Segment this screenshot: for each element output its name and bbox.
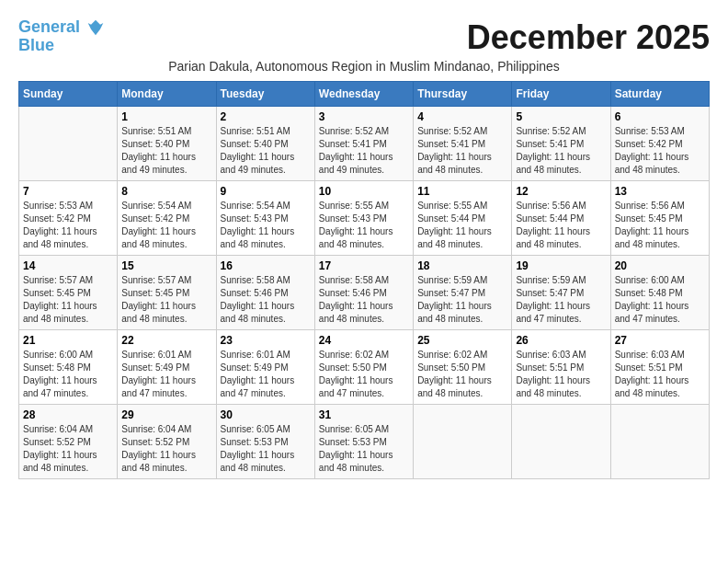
calendar-cell: 15Sunrise: 5:57 AMSunset: 5:45 PMDayligh…: [118, 256, 216, 330]
day-info: Sunrise: 6:03 AMSunset: 5:51 PMDaylight:…: [516, 349, 606, 400]
day-info: Sunrise: 5:58 AMSunset: 5:46 PMDaylight:…: [221, 274, 311, 326]
calendar-cell: 11Sunrise: 5:55 AMSunset: 5:44 PMDayligh…: [414, 181, 512, 256]
day-info: Sunrise: 5:52 AMSunset: 5:41 PMDaylight:…: [417, 125, 507, 177]
day-info: Sunrise: 5:59 AMSunset: 5:47 PMDaylight:…: [417, 274, 507, 326]
day-number: 17: [319, 259, 409, 272]
calendar-cell: 20Sunrise: 6:00 AMSunset: 5:48 PMDayligh…: [610, 256, 709, 330]
logo-text: General: [18, 18, 105, 37]
calendar-cell: 18Sunrise: 5:59 AMSunset: 5:47 PMDayligh…: [414, 256, 512, 330]
calendar-cell: 10Sunrise: 5:55 AMSunset: 5:43 PMDayligh…: [314, 181, 413, 256]
calendar-cell: [610, 405, 709, 479]
calendar-cell: 24Sunrise: 6:02 AMSunset: 5:50 PMDayligh…: [314, 330, 413, 405]
calendar-cell: 3Sunrise: 5:52 AMSunset: 5:41 PMDaylight…: [314, 107, 413, 181]
day-info: Sunrise: 5:54 AMSunset: 5:42 PMDaylight:…: [121, 200, 211, 251]
logo-blue: Blue: [18, 37, 105, 55]
calendar-cell: 30Sunrise: 6:05 AMSunset: 5:53 PMDayligh…: [216, 405, 314, 479]
day-number: 18: [417, 259, 507, 272]
calendar-cell: 14Sunrise: 5:57 AMSunset: 5:45 PMDayligh…: [19, 256, 118, 330]
day-info: Sunrise: 5:55 AMSunset: 5:43 PMDaylight:…: [319, 200, 409, 251]
day-info: Sunrise: 5:53 AMSunset: 5:42 PMDaylight:…: [23, 200, 113, 251]
day-number: 9: [221, 185, 311, 198]
day-number: 28: [23, 408, 113, 421]
day-number: 8: [121, 185, 211, 198]
calendar-cell: 5Sunrise: 5:52 AMSunset: 5:41 PMDaylight…: [512, 107, 610, 181]
calendar-cell: 9Sunrise: 5:54 AMSunset: 5:43 PMDaylight…: [216, 181, 314, 256]
header-day: Saturday: [610, 82, 709, 107]
day-number: 27: [615, 334, 705, 347]
calendar-cell: [414, 405, 512, 479]
day-info: Sunrise: 5:55 AMSunset: 5:44 PMDaylight:…: [417, 200, 507, 251]
day-number: 15: [121, 259, 211, 272]
calendar-week-row: 1Sunrise: 5:51 AMSunset: 5:40 PMDaylight…: [19, 107, 710, 181]
subtitle: Parian Dakula, Autonomous Region in Musl…: [18, 59, 710, 74]
header-day: Wednesday: [314, 82, 413, 107]
header-day: Monday: [118, 82, 216, 107]
calendar-cell: 25Sunrise: 6:02 AMSunset: 5:50 PMDayligh…: [414, 330, 512, 405]
day-info: Sunrise: 6:02 AMSunset: 5:50 PMDaylight:…: [319, 349, 409, 400]
day-number: 10: [319, 185, 409, 198]
day-info: Sunrise: 5:56 AMSunset: 5:45 PMDaylight:…: [615, 200, 705, 251]
day-info: Sunrise: 5:59 AMSunset: 5:47 PMDaylight:…: [516, 274, 606, 326]
day-number: 21: [23, 334, 113, 347]
day-info: Sunrise: 5:57 AMSunset: 5:45 PMDaylight:…: [121, 274, 211, 326]
day-info: Sunrise: 6:03 AMSunset: 5:51 PMDaylight:…: [615, 349, 705, 400]
day-info: Sunrise: 6:00 AMSunset: 5:48 PMDaylight:…: [615, 274, 705, 326]
day-number: 26: [516, 334, 606, 347]
calendar-cell: 26Sunrise: 6:03 AMSunset: 5:51 PMDayligh…: [512, 330, 610, 405]
calendar-week-row: 21Sunrise: 6:00 AMSunset: 5:48 PMDayligh…: [19, 330, 710, 405]
calendar-cell: 27Sunrise: 6:03 AMSunset: 5:51 PMDayligh…: [610, 330, 709, 405]
day-number: 23: [221, 334, 311, 347]
header-day: Friday: [512, 82, 610, 107]
day-info: Sunrise: 6:01 AMSunset: 5:49 PMDaylight:…: [121, 349, 211, 400]
calendar-cell: 1Sunrise: 5:51 AMSunset: 5:40 PMDaylight…: [118, 107, 216, 181]
day-number: 6: [615, 110, 705, 123]
calendar-cell: 8Sunrise: 5:54 AMSunset: 5:42 PMDaylight…: [118, 181, 216, 256]
day-number: 11: [417, 185, 507, 198]
day-info: Sunrise: 6:05 AMSunset: 5:53 PMDaylight:…: [319, 423, 409, 475]
day-number: 19: [516, 259, 606, 272]
day-number: 14: [23, 259, 113, 272]
calendar-cell: 2Sunrise: 5:51 AMSunset: 5:40 PMDaylight…: [216, 107, 314, 181]
calendar-cell: 13Sunrise: 5:56 AMSunset: 5:45 PMDayligh…: [610, 181, 709, 256]
header-row: SundayMondayTuesdayWednesdayThursdayFrid…: [19, 82, 710, 107]
day-info: Sunrise: 6:00 AMSunset: 5:48 PMDaylight:…: [23, 349, 113, 400]
calendar-cell: 23Sunrise: 6:01 AMSunset: 5:49 PMDayligh…: [216, 330, 314, 405]
calendar-cell: 29Sunrise: 6:04 AMSunset: 5:52 PMDayligh…: [118, 405, 216, 479]
day-info: Sunrise: 6:04 AMSunset: 5:52 PMDaylight:…: [121, 423, 211, 475]
calendar-cell: 19Sunrise: 5:59 AMSunset: 5:47 PMDayligh…: [512, 256, 610, 330]
calendar-cell: 22Sunrise: 6:01 AMSunset: 5:49 PMDayligh…: [118, 330, 216, 405]
header-day: Thursday: [414, 82, 512, 107]
calendar-cell: 17Sunrise: 5:58 AMSunset: 5:46 PMDayligh…: [314, 256, 413, 330]
day-number: 13: [615, 185, 705, 198]
day-number: 22: [121, 334, 211, 347]
day-number: 3: [319, 110, 409, 123]
day-info: Sunrise: 5:54 AMSunset: 5:43 PMDaylight:…: [221, 200, 311, 251]
day-number: 7: [23, 185, 113, 198]
day-info: Sunrise: 5:58 AMSunset: 5:46 PMDaylight:…: [319, 274, 409, 326]
day-info: Sunrise: 5:52 AMSunset: 5:41 PMDaylight:…: [319, 125, 409, 177]
day-info: Sunrise: 5:51 AMSunset: 5:40 PMDaylight:…: [121, 125, 211, 177]
calendar-week-row: 7Sunrise: 5:53 AMSunset: 5:42 PMDaylight…: [19, 181, 710, 256]
day-number: 24: [319, 334, 409, 347]
day-info: Sunrise: 6:01 AMSunset: 5:49 PMDaylight:…: [221, 349, 311, 400]
calendar-cell: 16Sunrise: 5:58 AMSunset: 5:46 PMDayligh…: [216, 256, 314, 330]
calendar-week-row: 14Sunrise: 5:57 AMSunset: 5:45 PMDayligh…: [19, 256, 710, 330]
calendar-cell: [19, 107, 118, 181]
day-number: 30: [221, 408, 311, 421]
header-day: Sunday: [19, 82, 118, 107]
calendar-cell: 12Sunrise: 5:56 AMSunset: 5:44 PMDayligh…: [512, 181, 610, 256]
calendar-cell: 4Sunrise: 5:52 AMSunset: 5:41 PMDaylight…: [414, 107, 512, 181]
calendar-cell: 21Sunrise: 6:00 AMSunset: 5:48 PMDayligh…: [19, 330, 118, 405]
day-number: 4: [417, 110, 507, 123]
calendar-cell: 7Sunrise: 5:53 AMSunset: 5:42 PMDaylight…: [19, 181, 118, 256]
day-number: 2: [221, 110, 311, 123]
day-number: 16: [221, 259, 311, 272]
calendar-cell: 6Sunrise: 5:53 AMSunset: 5:42 PMDaylight…: [610, 107, 709, 181]
day-number: 20: [615, 259, 705, 272]
day-info: Sunrise: 6:04 AMSunset: 5:52 PMDaylight:…: [23, 423, 113, 475]
day-info: Sunrise: 6:05 AMSunset: 5:53 PMDaylight:…: [221, 423, 311, 475]
header-day: Tuesday: [216, 82, 314, 107]
calendar-week-row: 28Sunrise: 6:04 AMSunset: 5:52 PMDayligh…: [19, 405, 710, 479]
calendar-cell: [512, 405, 610, 479]
day-info: Sunrise: 6:02 AMSunset: 5:50 PMDaylight:…: [417, 349, 507, 400]
